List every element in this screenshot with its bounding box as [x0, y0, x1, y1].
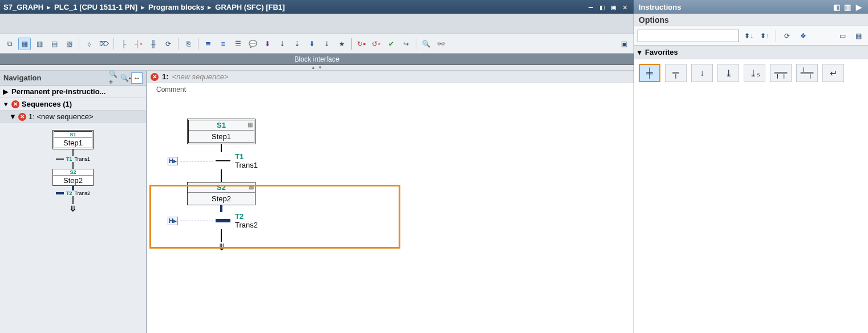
sort-asc-icon[interactable]: ⬍↓ — [743, 30, 755, 42]
breadcrumb-part[interactable]: GRAPH (SFC) [FB1] — [215, 3, 285, 11]
align-center-icon[interactable]: ≡ — [217, 38, 229, 50]
options-toolbar: ⬍↓ ⬍↑ ⟳ ❖ ▭ ▦ — [634, 26, 868, 46]
go-online-icon[interactable]: ↻● — [355, 38, 368, 50]
search-input[interactable] — [638, 30, 739, 42]
branch-in-icon[interactable]: H▸ — [168, 157, 178, 165]
sequence-name-placeholder[interactable]: <new sequence> — [172, 72, 229, 81]
sequence-comment[interactable]: Comment — [147, 83, 634, 96]
zoom-out-icon[interactable]: 🔍- — [120, 72, 131, 84]
mini-trans-t2[interactable]: T2 Trans2 — [6, 190, 140, 196]
step-s1[interactable]: S1 ▦ Step1 — [187, 119, 255, 144]
panel-icon-1[interactable]: ▭ — [836, 30, 849, 42]
error-icon: ✕ — [18, 113, 26, 121]
view-single-step-icon[interactable]: ▦ — [18, 38, 31, 50]
download-4-icon[interactable]: ⬇ — [306, 38, 318, 50]
fav-sim-branch-open-icon[interactable]: ╤╤ — [770, 64, 792, 82]
canvas-header[interactable]: ✕ 1: <new sequence> — [147, 71, 634, 83]
error-icon: ✕ — [11, 100, 19, 108]
dock-icon[interactable]: ◧ — [832, 3, 841, 11]
find-icon[interactable]: 🔍 — [420, 38, 432, 50]
step-name[interactable]: Step1 — [189, 131, 254, 143]
view-actions-icon[interactable]: ▤ — [48, 38, 60, 50]
window-controls: — ◧ ▣ ✕ — [586, 3, 630, 11]
navigation-header: Navigation 🔍+ 🔍- ↔ — [0, 71, 146, 86]
download-2-icon[interactable]: ⤓ — [276, 38, 289, 50]
mini-step-s1[interactable]: S1 Step1 — [52, 130, 94, 149]
expand-panel-icon[interactable]: ▣ — [618, 38, 630, 50]
step-id: S1 — [217, 121, 226, 129]
view-sequence-icon[interactable]: ▥ — [33, 38, 46, 50]
close-icon[interactable]: ✕ — [620, 3, 630, 11]
align-right-icon[interactable]: ☰ — [232, 38, 244, 50]
sort-desc-icon[interactable]: ⬍↑ — [759, 30, 771, 42]
nav-sequence-item[interactable]: ▼ ✕ 1: <new sequence> — [0, 111, 146, 123]
transition-name[interactable]: Trans1 — [235, 161, 258, 169]
insert-step-icon[interactable]: ⎀ — [83, 38, 95, 50]
breadcrumb-part[interactable]: S7_GRAPH — [3, 3, 43, 11]
actions-grip-icon[interactable]: ▦ — [248, 121, 253, 128]
title-bar: S7_GRAPH ▸ PLC_1 [CPU 1511-1 PN] ▸ Progr… — [0, 0, 634, 14]
view-alt-icon[interactable]: ▧ — [63, 38, 75, 50]
nav-sequences[interactable]: ▾ ✕ Sequences (1) — [0, 98, 146, 111]
transition-name[interactable]: Trans2 — [235, 221, 258, 229]
glasses-icon[interactable]: 👓 — [435, 38, 447, 50]
restore-icon[interactable]: ◧ — [597, 3, 607, 11]
sim-branch-icon[interactable]: ╫ — [147, 38, 160, 50]
compile-ok-icon[interactable]: ✔ — [385, 38, 398, 50]
go-offline-icon[interactable]: ↺× — [370, 38, 383, 50]
fav-step-transition-icon[interactable]: ╪ — [639, 64, 660, 82]
fav-jump-icon[interactable]: ↵ — [822, 64, 844, 82]
fav-step-icon[interactable]: ╤ — [665, 64, 687, 82]
delete-step-icon[interactable]: ⌦ — [98, 38, 110, 50]
fav-branch-close-icon[interactable]: ╧╤ — [796, 64, 818, 82]
navigation-preview[interactable]: S1 Step1 T1 Trans1 S2 Step2 T2 — [0, 123, 146, 333]
nav-permanent-pre[interactable]: ▶ Permanent pre-instructio... — [0, 86, 146, 98]
mini-trans-name: Trans2 — [74, 190, 90, 196]
instructions-title: Instructions — [639, 3, 681, 11]
transition-t1[interactable]: H▸ T1 Trans1 — [168, 152, 634, 169]
fav-jump-down-icon[interactable]: ↓ — [691, 64, 713, 82]
branch-in-icon[interactable]: H▸ — [168, 217, 178, 225]
branch-open-icon[interactable]: ├ — [117, 38, 130, 50]
favorite-icon[interactable]: ★ — [335, 38, 348, 50]
fav-sequence-end-icon[interactable]: ⤓ — [717, 64, 739, 82]
mini-trans-t1[interactable]: T1 Trans1 — [6, 156, 140, 162]
export-icon[interactable]: ↪ — [400, 38, 412, 50]
mini-step-name: Step2 — [53, 176, 93, 185]
options-label[interactable]: Options — [634, 14, 868, 26]
instructions-panel: Instructions ◧ ▥ ▶ Options ⬍↓ ⬍↑ ⟳ ❖ ▭ ▦… — [634, 0, 868, 333]
branch-close-icon[interactable]: ┤× — [132, 38, 145, 50]
download-1-icon[interactable]: ⬇ — [261, 38, 274, 50]
block-interface-bar[interactable]: Block interface — [0, 54, 634, 65]
copy-icon[interactable]: ⎘ — [182, 38, 194, 50]
mini-step-s2[interactable]: S2 Step2 — [52, 169, 94, 186]
comment-toggle-icon[interactable]: 💬 — [246, 38, 259, 50]
step-s2[interactable]: S2 ▦ Step2 — [187, 182, 255, 205]
layout-icon[interactable]: ▥ — [843, 3, 852, 11]
transition-t2[interactable]: H▸ T2 Trans2 — [168, 212, 634, 229]
panel-icon-2[interactable]: ▦ — [852, 30, 865, 42]
fit-width-icon[interactable]: ↔ — [131, 72, 143, 84]
navigation-pane: Navigation 🔍+ 🔍- ↔ ▶ Permanent pre-instr… — [0, 71, 147, 333]
collapse-handle[interactable]: ▴ ▾ — [0, 65, 634, 71]
fav-alt-branch-open-icon[interactable]: ⤓ₛ — [744, 64, 765, 82]
breadcrumb-part[interactable]: Program blocks — [148, 3, 204, 11]
nav-label: Sequences (1) — [22, 100, 72, 108]
download-5-icon[interactable]: ⤓ — [321, 38, 333, 50]
download-3-icon[interactable]: ⇣ — [291, 38, 303, 50]
maximize-icon[interactable]: ▣ — [609, 3, 619, 11]
view-overview-icon[interactable]: ⧉ — [3, 38, 16, 50]
actions-grip-icon[interactable]: ▦ — [249, 184, 254, 190]
expand-icon[interactable]: ▶ — [854, 3, 863, 11]
zoom-in-icon[interactable]: 🔍+ — [108, 72, 120, 84]
step-name[interactable]: Step2 — [188, 193, 255, 205]
filter-icon[interactable]: ❖ — [797, 30, 809, 42]
align-left-icon[interactable]: ≣ — [202, 38, 214, 50]
breadcrumb-part[interactable]: PLC_1 [CPU 1511-1 PN] — [54, 3, 137, 11]
favorites-header[interactable]: ▾ Favorites — [634, 46, 868, 59]
minimize-icon[interactable]: — — [586, 3, 596, 11]
refresh-icon[interactable]: ⟳ — [781, 30, 793, 42]
mini-trans-id: T2 — [66, 190, 72, 196]
sequence-canvas[interactable]: S1 ▦ Step1 H▸ T1 Trans1 — [147, 96, 634, 333]
sync-icon[interactable]: ⟳ — [162, 38, 175, 50]
